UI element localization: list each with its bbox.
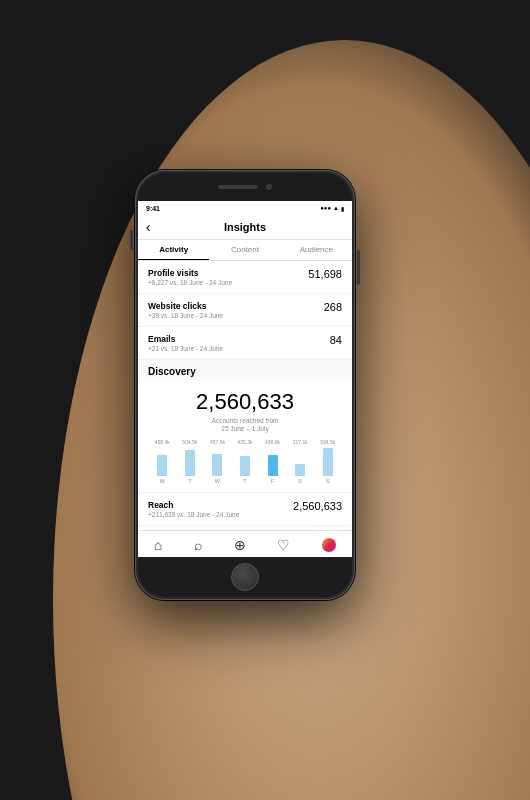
bar-value-label: 458.4k	[155, 439, 170, 445]
stat-label-reach: Reach	[148, 500, 239, 510]
bar-value-label: 217.1k	[293, 439, 308, 445]
stat-value-profile: 51,698	[308, 268, 342, 280]
bar-value-label: 425.3k	[238, 439, 253, 445]
chart-bar-col: 425.3kT	[233, 439, 258, 484]
bar-day-label: T	[243, 478, 246, 484]
chart-bar-col: 436.9kF	[260, 439, 285, 484]
stat-profile-visits: Profile visits +8,227 vs. 18 June - 24 J…	[138, 261, 352, 294]
phone-bottom-bar	[138, 557, 352, 597]
bar-day-label: S	[298, 478, 302, 484]
bar-value-label: 457.5k	[210, 439, 225, 445]
stat-sub-website: +38 vs. 18 June - 24 June	[148, 312, 223, 319]
stat-value-website: 268	[324, 301, 342, 313]
stat-sub-reach: +211,639 vs. 18 June - 24 June	[148, 511, 239, 518]
stat-reach: Reach +211,639 vs. 18 June - 24 June 2,5…	[138, 493, 352, 526]
stat-label-profile: Profile visits	[148, 268, 232, 278]
tab-audience[interactable]: Audience	[281, 240, 352, 260]
bar-wrap	[150, 446, 175, 476]
nav-heart-icon[interactable]: ♡	[277, 537, 290, 553]
phone-frame: 9:41 ●●● ▲ ▮ ‹ Insights Activity Content	[135, 170, 355, 600]
tab-content[interactable]: Content	[209, 240, 280, 260]
status-icons: ●●● ▲ ▮	[320, 205, 344, 212]
stat-sub-emails: +21 vs. 18 June - 24 June	[148, 345, 223, 352]
bar-rect	[295, 464, 305, 476]
speaker	[218, 185, 258, 189]
signal-icon: ●●●	[320, 205, 331, 211]
app-header: ‹ Insights	[138, 215, 352, 240]
bottom-nav: ⌂ ⌕ ⊕ ♡	[138, 530, 352, 557]
nav-home-icon[interactable]: ⌂	[154, 537, 162, 553]
bar-rect	[212, 454, 222, 476]
bar-wrap	[288, 446, 313, 476]
chart-bar-col: 457.5kW	[205, 439, 230, 484]
content-area: Profile visits +8,227 vs. 18 June - 24 J…	[138, 261, 352, 530]
stat-sub-profile: +8,227 vs. 18 June - 24 June	[148, 279, 232, 286]
chart-bar-col: 217.1kS	[288, 439, 313, 484]
discovery-section-header: Discovery	[138, 360, 352, 381]
bar-value-label: 436.9k	[265, 439, 280, 445]
discovery-title: Discovery	[148, 366, 342, 377]
bar-rect	[157, 455, 167, 476]
screen: 9:41 ●●● ▲ ▮ ‹ Insights Activity Content	[138, 201, 352, 557]
stat-value-reach: 2,560,633	[293, 500, 342, 512]
bar-wrap	[178, 446, 203, 476]
stat-website-clicks: Website clicks +38 vs. 18 June - 24 June…	[138, 294, 352, 327]
bar-wrap	[233, 446, 258, 476]
nav-search-icon[interactable]: ⌕	[194, 537, 202, 553]
stat-label-website: Website clicks	[148, 301, 223, 311]
discovery-big-number: 2,560,633	[148, 389, 342, 415]
bar-day-label: W	[215, 478, 220, 484]
bar-value-label: 504.5k	[182, 439, 197, 445]
bar-day-label: F	[271, 478, 274, 484]
bar-chart: 458.4kM504.5kT457.5kW425.3kT436.9kF217.1…	[148, 434, 342, 484]
wifi-icon: ▲	[333, 205, 339, 211]
bar-day-label: S	[326, 478, 330, 484]
chart-bar-col: 504.5kT	[178, 439, 203, 484]
tab-activity[interactable]: Activity	[138, 240, 209, 260]
status-bar: 9:41 ●●● ▲ ▮	[138, 201, 352, 215]
discovery-sub: Accounts reached from25 June – 1 July	[148, 417, 342, 434]
page-title: Insights	[166, 221, 324, 233]
chart-bar-col: 458.4kM	[150, 439, 175, 484]
tabs-bar: Activity Content Audience	[138, 240, 352, 261]
phone-top-bar	[138, 173, 352, 201]
nav-add-icon[interactable]: ⊕	[234, 537, 246, 553]
status-time: 9:41	[146, 205, 160, 212]
bar-value-label: 534.5k	[320, 439, 335, 445]
battery-icon: ▮	[341, 205, 344, 212]
home-button[interactable]	[231, 563, 259, 591]
bar-rect	[185, 450, 195, 476]
bar-rect	[268, 455, 278, 476]
bar-rect	[240, 456, 250, 476]
bar-day-label: T	[188, 478, 191, 484]
stat-value-emails: 84	[330, 334, 342, 346]
bar-wrap	[315, 446, 340, 476]
chart-bar-col: 534.5kS	[315, 439, 340, 484]
stat-emails: Emails +21 vs. 18 June - 24 June 84	[138, 327, 352, 360]
discovery-block: 2,560,633 Accounts reached from25 June –…	[138, 381, 352, 493]
bar-wrap	[260, 446, 285, 476]
camera	[266, 184, 272, 190]
stat-label-emails: Emails	[148, 334, 223, 344]
back-button[interactable]: ‹	[146, 219, 166, 235]
bar-day-label: M	[160, 478, 165, 484]
bar-rect	[323, 448, 333, 476]
nav-avatar[interactable]	[322, 538, 336, 552]
bar-wrap	[205, 446, 230, 476]
